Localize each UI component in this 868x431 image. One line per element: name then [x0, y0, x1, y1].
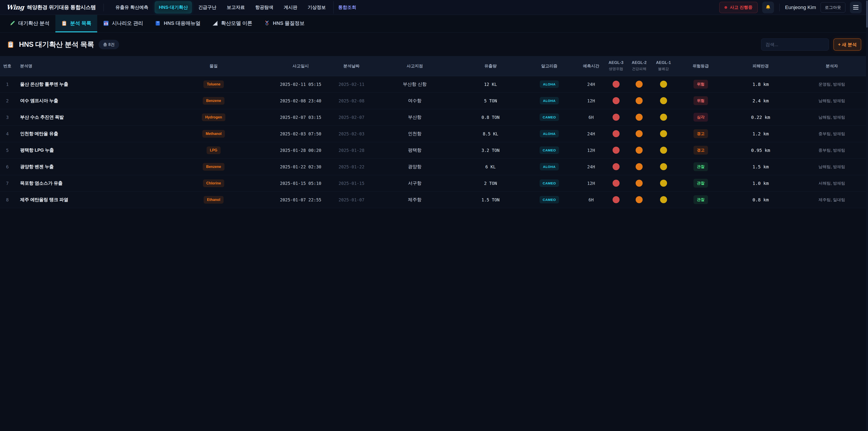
- column-header: 알고리즘: [521, 56, 578, 76]
- analysis-table: 번호 분석명 물질 사고일시 분석날짜 사고지점 유출량 알고리즘 예측시간 A…: [0, 56, 868, 208]
- nav-item[interactable]: 기상정보: [304, 1, 330, 13]
- logout-button[interactable]: 로그아웃: [820, 2, 845, 13]
- row-number: 8: [0, 191, 15, 208]
- algorithm-badge: ALOHA: [540, 97, 559, 104]
- aegl1-indicator: [660, 130, 667, 137]
- table-row[interactable]: 8 제주 에탄올링 탱크 파열 Ethanol 2025-01-07 22:55…: [0, 191, 868, 208]
- aegl2-indicator: [636, 130, 643, 137]
- analysis-name: 목포항 염소스가 유출: [15, 175, 159, 191]
- navbar-divider: [779, 4, 780, 11]
- material-badge: LPG: [207, 147, 221, 154]
- table-row[interactable]: 3 부산 수소 추진연 폭발 Hydrogen 2025-02-07 03:15…: [0, 109, 868, 125]
- nav-item[interactable]: HNS·대기확산: [155, 1, 192, 13]
- analysis-date: 2025-01-15: [333, 175, 370, 191]
- incident-dot-icon: [724, 6, 727, 9]
- logo-mark: Wing: [6, 4, 24, 11]
- column-header: 분석날짜: [333, 56, 370, 76]
- aegl3-indicator: [613, 196, 620, 203]
- app-logo[interactable]: Wing 해양환경 위기대응 통합시스템: [6, 4, 96, 11]
- row-number: 2: [0, 92, 15, 109]
- column-header: 사고일시: [268, 56, 333, 76]
- nav-item[interactable]: 항공탐색: [251, 1, 277, 13]
- search-input[interactable]: [761, 38, 829, 51]
- aegl3-indicator: [613, 130, 620, 137]
- aegl1-indicator: [660, 163, 667, 170]
- page-title: HNS 대기확산 분석 목록: [19, 40, 94, 49]
- aegl1-indicator: [660, 180, 667, 187]
- nav-item[interactable]: 긴급구난: [194, 1, 220, 13]
- spill-amount: 2 TON: [460, 175, 521, 191]
- incident-location: 광양항: [370, 158, 460, 175]
- aegl2-indicator: [636, 196, 643, 203]
- damage-radius: 1.8 km: [725, 76, 796, 92]
- incident-location: 부산항 신항: [370, 76, 460, 92]
- material-badge: Chlorine: [203, 180, 224, 187]
- scrollbar-thumb[interactable]: [866, 0, 868, 28]
- spill-amount: 0.8 TON: [460, 109, 521, 125]
- algorithm-badge: CAMEO: [539, 180, 559, 187]
- analysis-date: 2025-01-22: [333, 158, 370, 175]
- menu-button[interactable]: [850, 2, 862, 13]
- tab[interactable]: HNS 물질정보: [258, 15, 311, 32]
- spill-amount: 8.5 KL: [460, 125, 521, 142]
- analysis-name: 광양항 벤젠 누출: [15, 158, 159, 175]
- analysis-name: 평택항 LPG 누출: [15, 142, 159, 158]
- table-row[interactable]: 4 인천항 메탄올 유출 Methanol 2025-02-03 07:50 2…: [0, 125, 868, 142]
- scrollbar[interactable]: [866, 0, 868, 431]
- new-analysis-button[interactable]: + 새 분석: [833, 38, 861, 51]
- aegl1-indicator: [660, 97, 667, 104]
- app-root: Wing 해양환경 위기대응 통합시스템 유출유 확산예측HNS·대기확산긴급구…: [0, 0, 868, 431]
- section-tabbar: 대기확산 분석 분석 목록 시나리오 관리 HNS 대응매뉴얼 확산모델 이론 …: [0, 15, 868, 33]
- damage-radius: 0.8 km: [725, 191, 796, 208]
- table-row[interactable]: 1 울산 온산항 톨루엔 누출 Toluene 2025-02-11 05:15…: [0, 76, 868, 92]
- spill-amount: 3.2 TON: [460, 142, 521, 158]
- nav-item[interactable]: 유출유 확산예측: [112, 1, 153, 13]
- analyst: 남해팀, 방재팀: [796, 92, 868, 109]
- row-number: 5: [0, 142, 15, 158]
- damage-radius: 2.4 km: [725, 92, 796, 109]
- incident-datetime: 2025-01-22 02:30: [268, 158, 333, 175]
- notifications-button[interactable]: [762, 2, 774, 13]
- aegl3-indicator: [613, 163, 620, 170]
- material-badge: Toluene: [204, 81, 224, 88]
- page-header: HNS 대기확산 분석 목록 총 8건 + 새 분석: [0, 33, 868, 56]
- tab[interactable]: 확산모델 이론: [206, 15, 258, 32]
- tab-label: 대기확산 분석: [18, 20, 50, 27]
- analyst: 남해팀, 방재팀: [796, 109, 868, 125]
- aegl2-indicator: [636, 147, 643, 154]
- analysis-date: 2025-02-08: [333, 92, 370, 109]
- tab-icon: [103, 20, 109, 26]
- table-row[interactable]: 7 목포항 염소스가 유출 Chlorine 2025-01-15 05:10 …: [0, 175, 868, 191]
- column-header: 위험등급: [676, 56, 725, 76]
- forecast-duration: 24H: [578, 76, 604, 92]
- aegl2-indicator: [636, 81, 643, 88]
- tab-label: 확산모델 이론: [221, 20, 252, 27]
- table-body: 1 울산 온산항 톨루엔 누출 Toluene 2025-02-11 05:15…: [0, 76, 868, 208]
- material-badge: Benzene: [203, 163, 224, 171]
- damage-radius: 1.5 km: [725, 158, 796, 175]
- aegl1-indicator: [660, 196, 667, 203]
- row-number: 1: [0, 76, 15, 92]
- column-header: 예측시간: [578, 56, 604, 76]
- tab[interactable]: 분석 목록: [55, 15, 97, 32]
- aegl3-indicator: [613, 180, 620, 187]
- nav-item[interactable]: 게시판: [280, 1, 301, 13]
- table-row[interactable]: 2 여수 엠프시아 누출 Benzene 2025-02-08 23:40 20…: [0, 92, 868, 109]
- nav-item-integrated-search[interactable]: 통합조회: [333, 1, 361, 13]
- clipboard-icon: [7, 41, 14, 49]
- incident-datetime: 2025-01-07 22:55: [268, 191, 333, 208]
- column-header: AEGL-1 불쾌감: [651, 56, 676, 76]
- tab-icon: [9, 20, 16, 26]
- analysis-date: 2025-02-07: [333, 109, 370, 125]
- tab[interactable]: 대기확산 분석: [4, 15, 55, 32]
- spill-amount: 12 KL: [460, 76, 521, 92]
- tab[interactable]: 시나리오 관리: [97, 15, 149, 32]
- nav-item[interactable]: 보고자료: [223, 1, 249, 13]
- column-header: 번호: [0, 56, 15, 76]
- table-row[interactable]: 5 평택항 LPG 누출 LPG 2025-01-28 00:20 2025-0…: [0, 142, 868, 158]
- tab[interactable]: HNS 대응매뉴얼: [149, 15, 206, 32]
- analysis-date: 2025-02-11: [333, 76, 370, 92]
- incident-datetime: 2025-02-03 07:50: [268, 125, 333, 142]
- column-header: 분석자: [796, 56, 868, 76]
- table-row[interactable]: 6 광양항 벤젠 누출 Benzene 2025-01-22 02:30 202…: [0, 158, 868, 175]
